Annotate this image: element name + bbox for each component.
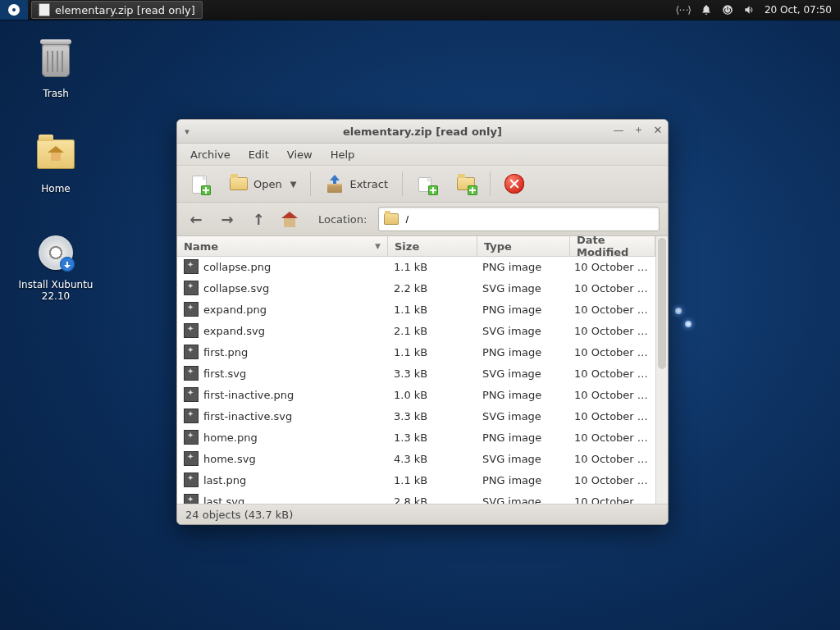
scrollbar-thumb[interactable]	[658, 238, 666, 369]
up-button[interactable]: ↑	[244, 206, 272, 232]
file-type: SVG image	[476, 410, 568, 422]
open-button[interactable]: Open ▼	[221, 169, 304, 199]
forward-button[interactable]: →	[213, 206, 241, 232]
file-name: expand.svg	[203, 325, 265, 337]
file-size: 2.1 kB	[387, 325, 476, 337]
file-row[interactable]: home.svg4.3 kBSVG image10 October 2022, …	[177, 448, 655, 469]
file-type: PNG image	[476, 389, 568, 401]
taskbar-button-archive-manager[interactable]: elementary.zip [read only]	[31, 1, 203, 19]
file-name: collapse.png	[203, 261, 271, 273]
desktop-icon-label: Trash	[18, 88, 94, 99]
column-header-type[interactable]: Type	[477, 236, 570, 256]
file-row[interactable]: first-inactive.svg3.3 kBSVG image10 Octo…	[177, 405, 655, 427]
desktop-icon-installer[interactable]: Install Xubuntu 22.10	[18, 233, 94, 302]
location-input[interactable]	[404, 212, 654, 226]
file-name: first.png	[203, 346, 248, 358]
menu-help[interactable]: Help	[322, 146, 363, 163]
file-type: PNG image	[476, 261, 568, 273]
window-title: elementary.zip [read only]	[177, 126, 668, 138]
desktop-icon-label: Home	[18, 183, 94, 194]
image-file-icon	[184, 472, 199, 487]
back-button[interactable]: ←	[182, 206, 210, 232]
file-name: collapse.svg	[203, 282, 269, 294]
column-header-size[interactable]: Size	[388, 236, 477, 256]
desktop-icon-home[interactable]: Home	[18, 135, 94, 194]
file-date: 10 October 2022, 20…	[568, 261, 655, 273]
vertical-scrollbar[interactable]	[655, 236, 668, 504]
file-name: home.png	[203, 431, 258, 444]
file-type: SVG image	[476, 453, 568, 465]
close-button[interactable]: ✕	[651, 123, 664, 136]
file-size: 4.3 kB	[387, 453, 476, 465]
menu-view[interactable]: View	[279, 146, 321, 163]
file-row[interactable]: collapse.svg2.2 kBSVG image10 October 20…	[177, 277, 655, 299]
file-date: 10 October 2022, 20…	[568, 304, 655, 316]
installer-disc-icon	[39, 235, 73, 270]
new-archive-button[interactable]	[182, 169, 217, 199]
document-icon	[39, 3, 50, 16]
extract-button[interactable]: Extract	[317, 169, 395, 199]
file-size: 1.0 kB	[387, 389, 476, 401]
file-date: 10 October 2022, 20…	[568, 282, 655, 294]
file-row[interactable]: expand.svg2.1 kBSVG image10 October 2022…	[177, 320, 655, 341]
file-date: 10 October 2022, 20…	[568, 325, 655, 337]
file-row[interactable]: last.png1.1 kBPNG image10 October 2022, …	[177, 469, 655, 491]
notifications-icon[interactable]	[701, 4, 712, 16]
taskbar-button-label: elementary.zip [read only]	[55, 4, 195, 16]
maximize-button[interactable]: ＋	[632, 123, 645, 136]
file-row[interactable]: first.svg3.3 kBSVG image10 October 2022,…	[177, 363, 655, 384]
file-type: PNG image	[476, 304, 568, 316]
file-row[interactable]: home.png1.3 kBPNG image10 October 2022, …	[177, 427, 655, 448]
volume-icon[interactable]	[743, 4, 755, 16]
file-date: 10 October 2022, 20…	[568, 389, 655, 401]
file-name: first-inactive.svg	[203, 410, 292, 422]
new-document-icon	[189, 174, 209, 194]
image-file-icon	[184, 302, 199, 317]
statusbar: 24 objects (43.7 kB)	[177, 504, 668, 524]
file-date: 10 October 2022, 20…	[568, 410, 655, 422]
file-row[interactable]: first-inactive.png1.0 kBPNG image10 Octo…	[177, 384, 655, 405]
file-size: 1.3 kB	[387, 431, 476, 444]
toolbar-separator	[402, 171, 403, 196]
file-size: 1.1 kB	[387, 304, 476, 316]
file-size: 3.3 kB	[387, 368, 476, 380]
panel-clock[interactable]: 20 Oct, 07:50	[765, 4, 832, 16]
home-button[interactable]	[276, 206, 304, 232]
file-row[interactable]: expand.png1.1 kBPNG image10 October 2022…	[177, 299, 655, 320]
location-field[interactable]	[378, 207, 660, 231]
minimize-button[interactable]: —	[612, 123, 625, 136]
file-type: PNG image	[476, 346, 568, 358]
file-size: 3.3 kB	[387, 410, 476, 422]
file-date: 10 October 2022, 20…	[568, 453, 655, 465]
location-label: Location:	[318, 213, 367, 226]
add-files-button[interactable]	[409, 169, 444, 199]
file-row[interactable]: collapse.png1.1 kBPNG image10 October 20…	[177, 256, 655, 277]
file-name: first.svg	[203, 368, 246, 380]
status-text: 24 objects (43.7 kB)	[185, 509, 293, 521]
image-file-icon	[184, 387, 199, 402]
menu-edit[interactable]: Edit	[240, 146, 277, 163]
file-row[interactable]: first.png1.1 kBPNG image10 October 2022,…	[177, 341, 655, 363]
column-header-name[interactable]: Name ▼	[177, 236, 388, 256]
file-size: 2.8 kB	[387, 495, 476, 504]
stop-button[interactable]	[497, 169, 532, 199]
open-button-label: Open	[253, 178, 282, 190]
titlebar[interactable]: ▾ elementary.zip [read only] — ＋ ✕	[177, 120, 668, 144]
file-size: 1.1 kB	[387, 474, 476, 486]
file-date: 10 October 2022, 20…	[568, 431, 655, 444]
file-name: first-inactive.png	[203, 389, 294, 401]
extract-button-label: Extract	[349, 178, 388, 190]
file-row[interactable]: last.svg2.8 kBSVG image10 October 2022, …	[177, 491, 655, 504]
network-icon[interactable]	[676, 4, 691, 16]
applications-menu[interactable]	[0, 0, 28, 20]
desktop-icon-trash[interactable]: Trash	[18, 41, 94, 99]
file-name: last.svg	[203, 495, 244, 504]
archive-manager-window: ▾ elementary.zip [read only] — ＋ ✕ Archi…	[176, 119, 669, 525]
file-list: Name ▼ Size Type Date Modified collapse.…	[177, 236, 668, 504]
column-header-date[interactable]: Date Modified	[570, 236, 655, 256]
power-icon[interactable]	[722, 4, 733, 16]
toolbar: Open ▼ Extract	[177, 166, 668, 203]
menu-archive[interactable]: Archive	[182, 146, 239, 163]
file-size: 2.2 kB	[387, 282, 476, 294]
add-folder-button[interactable]	[449, 169, 483, 199]
